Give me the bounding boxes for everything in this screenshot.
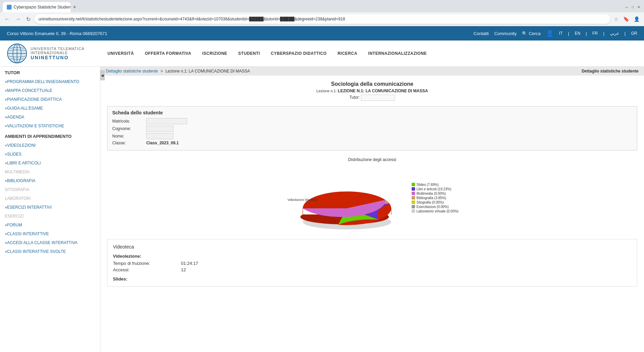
sidebar-item-guida[interactable]: »GUIDA ALL'ESAME [0, 104, 100, 113]
legend-sitografia: Sitografia (0.00%) [412, 201, 458, 204]
nav-universita[interactable]: UNIVERSITÀ [102, 46, 139, 61]
matricola-label: Matricola: [112, 119, 146, 124]
tab-label: Cyberspazio Statistiche Studente... [14, 5, 71, 10]
user-icon[interactable]: 👤 [546, 30, 554, 37]
logo-line2: INTERNAZIONALE [31, 51, 84, 55]
logo-text: UNIVERSITÀ TELEMATICA INTERNAZIONALE UNI… [31, 47, 84, 60]
bookmark-star[interactable]: 🔖 [622, 15, 631, 23]
legend-color-esercitazioni [412, 205, 415, 208]
lang-en[interactable]: EN [575, 31, 580, 36]
videoteca-section: Videoteca Videolezione: Tempo di fruizio… [107, 239, 637, 287]
sidebar-item-mappa[interactable]: »MAPPA CONCETTUALE [0, 86, 100, 95]
forward-button[interactable]: → [14, 15, 22, 23]
search-label: Cerca [529, 31, 541, 36]
legend-color-slides [412, 183, 415, 186]
breadcrumb-separator: > [161, 69, 163, 74]
lang-sep2: | [586, 31, 587, 36]
breadcrumb-bar: Dettaglio statistiche studente > Lezione… [100, 67, 644, 76]
sidebar-item-accedi-classe[interactable]: »ACCEDI ALLA CLASSE INTERATTIVA [0, 238, 100, 247]
accessi-label: Accessi: [113, 267, 181, 272]
cognome-label: Cognome: [112, 126, 146, 131]
sidebar-item-pianificazione[interactable]: »PIANIFICAZIONE DIDATTICA [0, 95, 100, 104]
logo-globe-icon [7, 43, 27, 64]
nav-ricerca[interactable]: RICERCA [332, 46, 363, 61]
sidebar-item-classi[interactable]: »CLASSI INTERATTIVE [0, 229, 100, 238]
active-tab[interactable]: Cyberspazio Statistiche Studente... ✕ [3, 2, 71, 12]
legend-color-sitografia [412, 201, 415, 204]
cognome-input[interactable] [146, 126, 174, 132]
search-area[interactable]: 🔍 Cerca [522, 31, 541, 36]
nome-label: Nome: [112, 134, 146, 139]
nome-input[interactable] [146, 133, 174, 139]
main-nav: UNIVERSITÀ OFFERTA FORMATIVA ISCRIZIONE … [102, 46, 644, 61]
breadcrumb-link[interactable]: Dettaglio statistiche studente [106, 69, 158, 74]
sidebar-item-videolezioni[interactable]: »VIDEOLEZIONI [0, 141, 100, 150]
lang-sep3: | [603, 31, 604, 36]
main-content: Dettaglio statistiche studente > Lezione… [100, 67, 644, 352]
minimize-button[interactable]: — [624, 5, 629, 10]
close-button[interactable]: ✕ [637, 5, 641, 10]
contatti-link[interactable]: Contatti [474, 31, 489, 36]
browser-actions: ☆ 🔖 👤 [612, 15, 641, 23]
tutor-line: Tutor: [107, 95, 637, 101]
lang-it[interactable]: IT [559, 31, 563, 36]
chart-legend: Slides (7.69%) Libri e articoli (19.23%)… [412, 183, 458, 214]
sidebar-ambienti-title: AMBIENTI DI APPRENDIMENTO [0, 130, 100, 141]
address-text: Corso Vittorio Emanuele II, 39 - Roma 06… [7, 31, 107, 36]
legend-label-bibliografia: Bibliografia (3.85%) [416, 196, 446, 200]
new-tab-button[interactable]: + [73, 4, 77, 11]
nav-cyberspazio[interactable]: CYBERSPAZIO DIDATTICO [265, 46, 332, 61]
search-icon: 🔍 [522, 31, 527, 36]
sidebar-item-valutazioni[interactable]: »VALUTAZIONI E STATISTICHE [0, 122, 100, 130]
legend-label-laboratorio: Laboratorio virtuale (0.00%) [416, 209, 458, 213]
sidebar-item-multimedia: MULTIMEDIA [0, 167, 100, 176]
page-layout: ◀ TUTOR »PROGRAMMA DELL'INSEGNAMENTO »MA… [0, 67, 644, 352]
lang-fr[interactable]: FR [592, 31, 598, 36]
cognome-field: Cognome: [112, 126, 632, 132]
sidebar-item-laboratori: LABORATORI [0, 194, 100, 203]
sidebar-item-sitografia: SITOGRAFIA [0, 185, 100, 194]
accessi-row: Accessi: 12 [113, 267, 631, 272]
svg-text:Videolezioni (69.23%): Videolezioni (69.23%) [287, 198, 317, 202]
chart-title: Distribuzione degli accessi [286, 157, 458, 162]
sidebar-item-classi-svolte[interactable]: »CLASSI INTERATTIVE SVOLTE [0, 247, 100, 256]
nav-iscrizione[interactable]: ISCRIZIONE [197, 46, 233, 61]
legend-label-esercitazioni: Esercitazioni (0.00%) [416, 205, 448, 209]
url-input[interactable] [34, 14, 610, 24]
classe-field: Classe: Class_2023_09.1 [112, 141, 632, 145]
lesson-label-prefix: Lezione n.1: [316, 89, 338, 93]
legend-esercitazioni: Esercitazioni (0.00%) [412, 205, 458, 209]
sidebar-item-bibliografia[interactable]: »BIBLIOGRAFIA [0, 176, 100, 185]
sidebar-item-programma[interactable]: »PROGRAMMA DELL'INSEGNAMENTO [0, 77, 100, 86]
reload-button[interactable]: ↻ [24, 15, 32, 23]
sidebar-item-slides[interactable]: »SLIDES [0, 150, 100, 159]
maximize-button[interactable]: □ [630, 5, 635, 10]
community-link[interactable]: Community [494, 31, 517, 36]
course-title: Sociologia della comunicazione [107, 81, 637, 87]
nav-offerta[interactable]: OFFERTA FORMATIVA [139, 46, 197, 61]
chart-section: Distribuzione degli accessi [107, 157, 637, 232]
matricola-input[interactable] [146, 118, 187, 124]
slides-section-label: Slides: [113, 276, 631, 282]
tempo-label: Tempo di fruizione: [113, 261, 181, 266]
lang-gr[interactable]: GR [631, 31, 637, 36]
nav-studenti[interactable]: STUDENTI [233, 46, 265, 61]
bookmark-button[interactable]: ☆ [612, 15, 620, 23]
sidebar-toggle[interactable]: ◀ [100, 70, 105, 80]
sidebar-item-agenda[interactable]: »AGENDA [0, 113, 100, 122]
sidebar-item-esercizi-interattivi[interactable]: »ESERCIZI INTERATTIVI [0, 203, 100, 212]
back-button[interactable]: ← [3, 15, 12, 23]
student-card: Scheda dello studente Matricola: Cognome… [107, 106, 637, 150]
tab-bar: Cyberspazio Statistiche Studente... ✕ + … [0, 0, 644, 12]
lang-ar[interactable]: عربي [610, 31, 619, 36]
sidebar-item-forum[interactable]: »FORUM [0, 221, 100, 229]
classe-label: Classe: [112, 141, 146, 145]
sidebar-item-libri[interactable]: »LIBRI E ARTICOLI [0, 159, 100, 167]
profile-button[interactable]: 👤 [632, 15, 641, 23]
tempo-row: Tempo di fruizione: 01:24:17 [113, 261, 631, 266]
lesson-label-text: LEZIONE N.1: LA COMUNICAZIONE DI MASSA [338, 89, 428, 93]
legend-multimedia: Multimedia (0.00%) [412, 192, 458, 195]
nome-field: Nome: [112, 133, 632, 139]
breadcrumb: Dettaglio statistiche studente > Lezione… [106, 69, 250, 74]
nav-internazionalizzazione[interactable]: INTERNAZIONALIZZAZIONE [363, 46, 432, 61]
